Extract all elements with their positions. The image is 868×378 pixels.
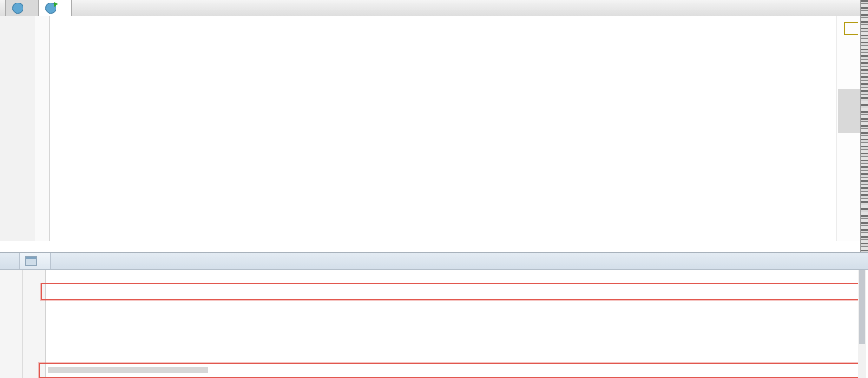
tab-subscribereq-java[interactable] [5,0,39,16]
annotation-box-array-output [41,284,859,300]
breadcrumb [0,241,860,252]
runnable-class-icon [45,3,56,14]
run-console[interactable] [0,270,868,378]
class-icon [12,3,23,14]
console-vscrollbar[interactable] [858,270,866,378]
ide-window [0,0,868,378]
fold-column [35,16,50,241]
console-hscrollbar-thumb[interactable] [48,367,208,373]
console-tab-icon [25,256,37,266]
error-stripe[interactable] [836,16,861,241]
right-margin-guide [549,16,549,241]
tab-javaseri-java[interactable] [39,0,72,16]
editor-tab-bar [0,0,868,16]
editor-scrollbar-thumb[interactable] [838,89,860,133]
indent-guide [62,47,62,191]
run-tool-window-header [0,252,868,270]
code-editor[interactable] [0,16,868,241]
minimap-strip [860,0,868,252]
editor-gutter [0,16,35,241]
run-config-tab[interactable] [19,253,51,269]
inspection-status-indicator[interactable] [844,22,858,35]
console-vscrollbar-thumb[interactable] [859,270,865,344]
run-toolbar-primary [0,270,23,378]
